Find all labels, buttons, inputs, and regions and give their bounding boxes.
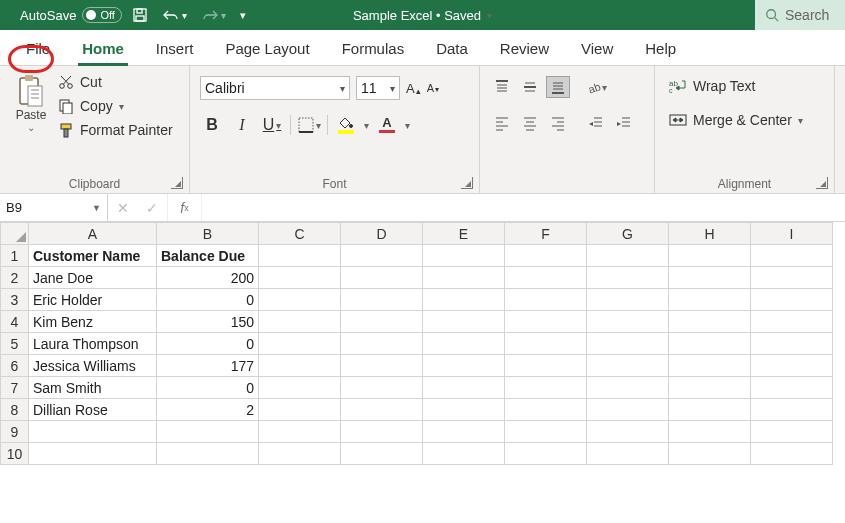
cell-A2[interactable]: Jane Doe — [29, 267, 157, 289]
cell-F3[interactable] — [505, 289, 587, 311]
cell-H7[interactable] — [669, 377, 751, 399]
cell-B9[interactable] — [157, 421, 259, 443]
cell-I4[interactable] — [751, 311, 833, 333]
cell-D5[interactable] — [341, 333, 423, 355]
tab-formulas[interactable]: Formulas — [326, 34, 421, 65]
underline-button[interactable]: U▾ — [260, 114, 284, 136]
row-header-5[interactable]: 5 — [1, 333, 29, 355]
tab-view[interactable]: View — [565, 34, 629, 65]
decrease-indent-button[interactable] — [584, 112, 608, 134]
formula-input[interactable] — [202, 194, 845, 221]
font-name-combo[interactable]: Calibri▾ — [200, 76, 350, 100]
cell-H8[interactable] — [669, 399, 751, 421]
cell-C8[interactable] — [259, 399, 341, 421]
col-header-E[interactable]: E — [423, 223, 505, 245]
cell-I5[interactable] — [751, 333, 833, 355]
cell-H10[interactable] — [669, 443, 751, 465]
cell-H4[interactable] — [669, 311, 751, 333]
tab-home[interactable]: Home — [66, 34, 140, 65]
font-size-combo[interactable]: 11▾ — [356, 76, 400, 100]
cell-I10[interactable] — [751, 443, 833, 465]
cell-E4[interactable] — [423, 311, 505, 333]
cell-G9[interactable] — [587, 421, 669, 443]
dialog-launcher-icon[interactable] — [816, 177, 828, 189]
cell-D1[interactable] — [341, 245, 423, 267]
cell-D3[interactable] — [341, 289, 423, 311]
cell-E2[interactable] — [423, 267, 505, 289]
save-icon[interactable] — [128, 4, 152, 26]
cancel-formula-icon[interactable]: ✕ — [117, 200, 129, 216]
cell-C9[interactable] — [259, 421, 341, 443]
tab-page-layout[interactable]: Page Layout — [209, 34, 325, 65]
cell-E3[interactable] — [423, 289, 505, 311]
wrap-text-button[interactable]: abc Wrap Text — [669, 78, 824, 94]
cell-G7[interactable] — [587, 377, 669, 399]
bold-button[interactable]: B — [200, 114, 224, 136]
cell-B10[interactable] — [157, 443, 259, 465]
copy-button[interactable]: Copy ▾ — [58, 98, 173, 114]
row-header-4[interactable]: 4 — [1, 311, 29, 333]
cell-A7[interactable]: Sam Smith — [29, 377, 157, 399]
col-header-F[interactable]: F — [505, 223, 587, 245]
tab-help[interactable]: Help — [629, 34, 692, 65]
qat-customize-icon[interactable]: ▾ — [236, 6, 250, 25]
col-header-A[interactable]: A — [29, 223, 157, 245]
cell-G6[interactable] — [587, 355, 669, 377]
cell-H2[interactable] — [669, 267, 751, 289]
cell-C10[interactable] — [259, 443, 341, 465]
cell-F4[interactable] — [505, 311, 587, 333]
col-header-G[interactable]: G — [587, 223, 669, 245]
cell-G3[interactable] — [587, 289, 669, 311]
cell-B6[interactable]: 177 — [157, 355, 259, 377]
cell-B5[interactable]: 0 — [157, 333, 259, 355]
increase-indent-button[interactable] — [612, 112, 636, 134]
cell-B4[interactable]: 150 — [157, 311, 259, 333]
cell-I1[interactable] — [751, 245, 833, 267]
cell-F1[interactable] — [505, 245, 587, 267]
cell-D10[interactable] — [341, 443, 423, 465]
cell-G4[interactable] — [587, 311, 669, 333]
cell-I6[interactable] — [751, 355, 833, 377]
row-header-7[interactable]: 7 — [1, 377, 29, 399]
cell-D6[interactable] — [341, 355, 423, 377]
cell-H1[interactable] — [669, 245, 751, 267]
undo-icon[interactable]: ▾ — [158, 5, 191, 25]
col-header-C[interactable]: C — [259, 223, 341, 245]
cut-button[interactable]: Cut — [58, 74, 173, 90]
cell-D8[interactable] — [341, 399, 423, 421]
cell-B2[interactable]: 200 — [157, 267, 259, 289]
accept-formula-icon[interactable]: ✓ — [146, 200, 158, 216]
cell-C4[interactable] — [259, 311, 341, 333]
cell-A5[interactable]: Laura Thompson — [29, 333, 157, 355]
row-header-10[interactable]: 10 — [1, 443, 29, 465]
redo-icon[interactable]: ▾ — [197, 5, 230, 25]
italic-button[interactable]: I — [230, 114, 254, 136]
tab-data[interactable]: Data — [420, 34, 484, 65]
row-header-6[interactable]: 6 — [1, 355, 29, 377]
spreadsheet-grid[interactable]: ABCDEFGHI1Customer NameBalance Due2Jane … — [0, 222, 845, 523]
cell-F7[interactable] — [505, 377, 587, 399]
cell-C2[interactable] — [259, 267, 341, 289]
cell-C3[interactable] — [259, 289, 341, 311]
select-all-corner[interactable] — [1, 223, 29, 245]
cell-E1[interactable] — [423, 245, 505, 267]
cell-A8[interactable]: Dillian Rose — [29, 399, 157, 421]
cell-B7[interactable]: 0 — [157, 377, 259, 399]
row-header-8[interactable]: 8 — [1, 399, 29, 421]
align-middle-button[interactable] — [518, 76, 542, 98]
fill-color-button[interactable] — [334, 114, 358, 136]
col-header-B[interactable]: B — [157, 223, 259, 245]
fx-icon[interactable]: fx — [168, 194, 202, 221]
merge-center-button[interactable]: Merge & Center ▾ — [669, 112, 824, 128]
cell-I7[interactable] — [751, 377, 833, 399]
cell-E5[interactable] — [423, 333, 505, 355]
font-color-button[interactable]: A — [375, 114, 399, 136]
row-header-2[interactable]: 2 — [1, 267, 29, 289]
autosave-toggle[interactable]: Off — [82, 7, 121, 23]
cell-E6[interactable] — [423, 355, 505, 377]
cell-B8[interactable]: 2 — [157, 399, 259, 421]
row-header-3[interactable]: 3 — [1, 289, 29, 311]
align-right-button[interactable] — [546, 112, 570, 134]
cell-C6[interactable] — [259, 355, 341, 377]
search-input[interactable]: Search — [755, 0, 845, 30]
